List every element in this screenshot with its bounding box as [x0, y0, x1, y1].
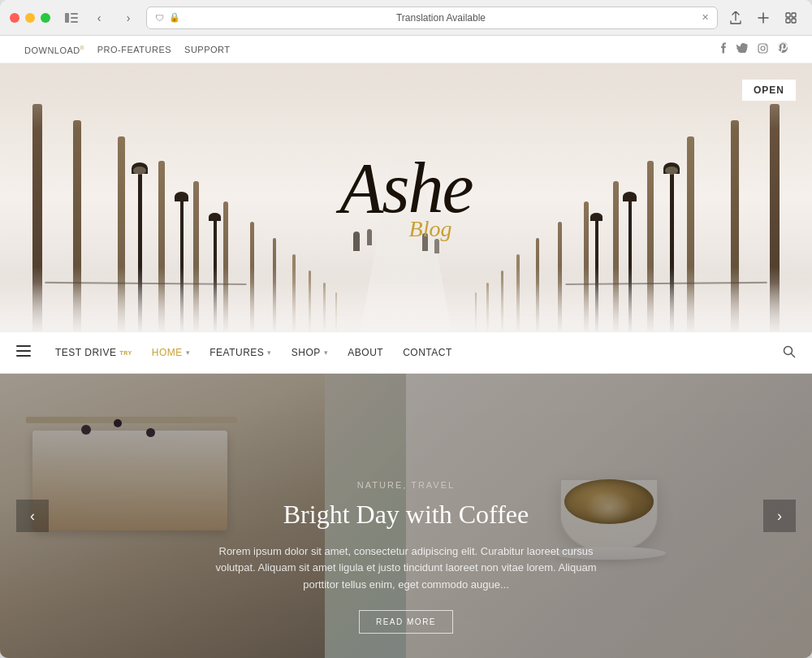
- svg-rect-5: [792, 13, 796, 17]
- hero-background: Ashe Blog: [0, 63, 812, 331]
- new-tab-button[interactable]: [752, 6, 775, 29]
- security-icon: 🔒: [169, 12, 180, 23]
- svg-rect-7: [792, 19, 796, 23]
- hero-title-wrap: Ashe Blog: [339, 153, 472, 242]
- instagram-icon[interactable]: [758, 43, 768, 56]
- topbar-social: [720, 42, 788, 56]
- back-button[interactable]: ‹: [88, 6, 110, 29]
- address-text: Translation Available: [185, 12, 697, 24]
- support-link[interactable]: SUPPORT: [184, 45, 230, 54]
- share-button[interactable]: [724, 6, 747, 29]
- nav-about[interactable]: ABOUT: [339, 342, 391, 363]
- site-nav: TEST DRIVE TRY HOME ▾ FEATURES ▾ SHOP ▾ …: [0, 331, 812, 374]
- svg-point-9: [761, 46, 765, 50]
- svg-rect-3: [71, 21, 78, 23]
- post-title: Bright Day with Coffee: [97, 498, 715, 532]
- hamburger-menu-icon[interactable]: [16, 345, 31, 360]
- svg-rect-13: [16, 355, 31, 357]
- maximize-button[interactable]: [41, 13, 50, 23]
- svg-rect-2: [71, 17, 78, 19]
- chevron-down-icon: ▾: [324, 348, 329, 357]
- site-title: Ashe: [339, 153, 472, 224]
- read-more-button[interactable]: READ MORE: [359, 610, 453, 634]
- slider-prev-button[interactable]: ‹: [16, 500, 49, 532]
- svg-rect-1: [71, 13, 78, 15]
- nav-shop-label: SHOP: [292, 347, 321, 358]
- close-button[interactable]: [10, 13, 19, 23]
- chevron-down-icon: ▾: [267, 348, 272, 357]
- nav-home[interactable]: HOME ▾: [144, 342, 199, 363]
- site-content: DOWNLOAD8 PRO-FEATURES SUPPORT: [0, 36, 812, 658]
- nav-items: TEST DRIVE TRY HOME ▾ FEATURES ▾ SHOP ▾ …: [47, 342, 783, 363]
- slider-next-button[interactable]: ›: [763, 500, 796, 532]
- nav-test-drive[interactable]: TEST DRIVE TRY: [47, 342, 140, 363]
- nav-features-label: FEATURES: [209, 347, 264, 358]
- minimize-button[interactable]: [25, 13, 35, 23]
- chevron-down-icon: ▾: [186, 348, 191, 357]
- featured-slider: NATURE, TRAVEL Bright Day with Coffee Ro…: [0, 374, 812, 658]
- pinterest-icon[interactable]: [778, 42, 788, 56]
- sidebar-toggle-icon[interactable]: [60, 6, 83, 29]
- chevron-left-icon: ‹: [30, 508, 35, 525]
- browser-window: ‹ › 🛡 🔒 Translation Available ✕: [0, 0, 812, 658]
- nav-contact-label: CONTACT: [403, 347, 452, 358]
- chevron-right-icon: ›: [777, 508, 782, 525]
- close-tab-icon[interactable]: ✕: [702, 12, 709, 23]
- browser-toolbar-right: [724, 6, 802, 29]
- twitter-icon[interactable]: [736, 43, 748, 55]
- svg-rect-11: [16, 345, 31, 347]
- pro-features-link[interactable]: PRO-FEATURES: [97, 45, 171, 54]
- nav-shop[interactable]: SHOP ▾: [283, 342, 337, 363]
- slider-content: NATURE, TRAVEL Bright Day with Coffee Ro…: [0, 456, 812, 658]
- svg-point-10: [765, 45, 767, 46]
- site-topbar: DOWNLOAD8 PRO-FEATURES SUPPORT: [0, 36, 812, 63]
- svg-rect-12: [16, 350, 31, 352]
- address-bar[interactable]: 🛡 🔒 Translation Available ✕: [146, 6, 718, 29]
- traffic-lights: [10, 13, 50, 23]
- hero-section: Ashe Blog OPEN: [0, 63, 812, 331]
- svg-rect-0: [65, 13, 69, 23]
- facebook-icon[interactable]: [720, 42, 727, 56]
- search-icon[interactable]: [783, 345, 796, 361]
- open-badge: OPEN: [742, 80, 796, 101]
- topbar-nav: DOWNLOAD8 PRO-FEATURES SUPPORT: [24, 44, 231, 55]
- post-category: NATURE, TRAVEL: [97, 480, 715, 490]
- browser-nav: ‹ ›: [88, 6, 140, 29]
- hero-mist: [0, 266, 812, 331]
- nav-contact[interactable]: CONTACT: [395, 342, 460, 363]
- svg-rect-4: [786, 13, 790, 17]
- tabs-button[interactable]: [780, 6, 802, 29]
- nav-home-label: HOME: [152, 347, 183, 358]
- download-link[interactable]: DOWNLOAD8: [24, 44, 84, 55]
- svg-rect-6: [786, 19, 790, 23]
- forward-button[interactable]: ›: [117, 6, 140, 29]
- shield-icon: 🛡: [155, 13, 164, 23]
- nav-features[interactable]: FEATURES ▾: [201, 342, 280, 363]
- browser-titlebar: ‹ › 🛡 🔒 Translation Available ✕: [0, 0, 812, 36]
- nav-test-drive-sup: TRY: [119, 350, 132, 356]
- nav-test-drive-label: TEST DRIVE: [55, 347, 116, 358]
- nav-about-label: ABOUT: [348, 347, 383, 358]
- post-excerpt: Rorem ipsum dolor sit amet, consectetur …: [211, 543, 601, 594]
